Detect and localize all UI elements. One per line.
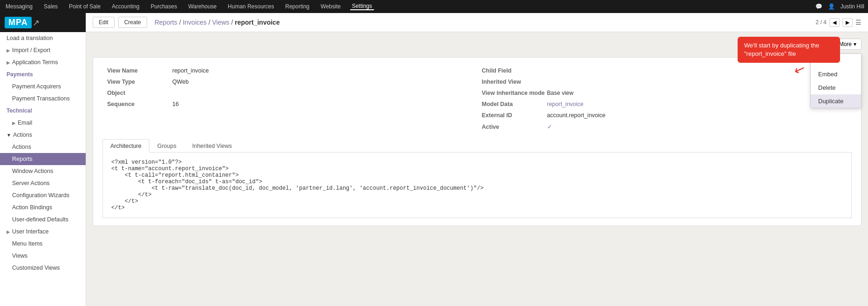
user-icon: 👤 (828, 3, 835, 10)
nav-item-hr[interactable]: Human Resources (226, 3, 276, 10)
label-object: Object (107, 90, 172, 96)
value-view-type: QWeb (172, 79, 189, 85)
breadcrumb-reports[interactable]: Reports (155, 19, 177, 26)
form-grid: View Name report_invoice View Type QWeb … (102, 65, 852, 133)
label-view-name: View Name (107, 67, 172, 74)
label-inherited-view: Inherited View (482, 79, 547, 85)
create-button[interactable]: Create (118, 17, 147, 28)
edit-button[interactable]: Edit (93, 17, 115, 28)
form-row-active: Active ✓ (482, 121, 848, 133)
form-left: View Name report_invoice View Type QWeb … (102, 65, 477, 133)
value-sequence: 16 (172, 101, 179, 107)
toolbar: Edit Create Reports / Invoices / Views /… (86, 13, 868, 32)
form-row-view-name: View Name report_invoice (107, 65, 473, 76)
logo-arrow: ↗ (33, 18, 40, 28)
nav-item-warehouse[interactable]: Warehouse (186, 3, 218, 10)
nav-item-reporting[interactable]: Reporting (283, 3, 311, 10)
nav-item-website[interactable]: Website (319, 3, 343, 10)
chevron-down-icon: ▾ (854, 41, 856, 47)
caret-icon: ▶ (7, 229, 10, 234)
nav-item-sales[interactable]: Sales (42, 3, 60, 10)
breadcrumb-current: report_invoice (235, 19, 279, 26)
sidebar-item-server-actions[interactable]: Server Actions (0, 177, 86, 189)
form-row-child-field: Child Field (482, 65, 848, 76)
sidebar-item-action-bindings[interactable]: Action Bindings (0, 201, 86, 213)
sidebar-item-payment-transactions[interactable]: Payment Transactions (0, 93, 86, 105)
annotation-box: We'll start by duplicating the "report_i… (738, 37, 840, 63)
nav-item-messaging[interactable]: Messaging (4, 3, 34, 10)
sidebar-logo: MPA ↗ (0, 13, 86, 32)
tabs-bar: Architecture Groups Inherited Views (102, 139, 852, 153)
sidebar-item-reports[interactable]: Reports (0, 153, 86, 165)
sidebar-item-load-translation[interactable]: Load a translation (0, 32, 86, 44)
sidebar-item-email[interactable]: ▶ Email (0, 117, 86, 129)
tab-groups[interactable]: Groups (149, 139, 184, 153)
form-row-inherited-view: Inherited View (482, 76, 848, 87)
sidebar-item-application-terms[interactable]: ▶ Application Terms (0, 56, 86, 68)
page-prev-button[interactable]: ◀ (829, 18, 840, 27)
label-external-id: External ID (482, 112, 547, 119)
nav-item-accounting[interactable]: Accounting (110, 3, 141, 10)
sidebar-section-payments: Payments (0, 68, 86, 80)
card-area: More ▾ Share Embed Delete Duplicate We'l… (86, 32, 868, 233)
label-model-data: Model Data (482, 101, 547, 107)
logo-text: MPA (5, 17, 32, 28)
form-row-model-data: Model Data report_invoice (482, 99, 848, 110)
username[interactable]: Justin Hill (841, 3, 864, 10)
page-counter: 2 / 4 (816, 19, 827, 26)
sidebar-item-user-defined-defaults[interactable]: User-defined Defaults (0, 213, 86, 226)
breadcrumb-invoices[interactable]: Invoices (183, 19, 206, 26)
main-layout: MPA ↗ Load a translation ▶ Import / Expo… (0, 13, 868, 306)
dropdown-delete[interactable]: Delete (811, 81, 861, 94)
sidebar: MPA ↗ Load a translation ▶ Import / Expo… (0, 13, 86, 306)
tab-architecture[interactable]: Architecture (102, 139, 149, 153)
sidebar-item-actions-group[interactable]: ▼ Actions (0, 129, 86, 141)
sidebar-item-window-actions[interactable]: Window Actions (0, 165, 86, 177)
toolbar-right: 2 / 4 ◀ ▶ ☰ (816, 18, 861, 27)
content-area: Edit Create Reports / Invoices / Views /… (86, 13, 868, 306)
form-row-sequence: Sequence 16 (107, 99, 473, 110)
label-child-field: Child Field (482, 67, 547, 74)
active-checkbox[interactable]: ✓ (547, 123, 552, 130)
sidebar-item-actions[interactable]: Actions (0, 141, 86, 153)
dropdown-embed[interactable]: Embed (811, 67, 861, 81)
sidebar-item-menu-items[interactable]: Menu Items (0, 238, 86, 250)
dropdown-duplicate[interactable]: Duplicate (811, 94, 861, 108)
main-card: View Name report_invoice View Type QWeb … (93, 57, 861, 226)
sidebar-item-import-export[interactable]: ▶ Import / Export (0, 44, 86, 56)
sidebar-item-user-interface[interactable]: ▶ User Interface (0, 226, 86, 238)
top-nav: Messaging Sales Point of Sale Accounting… (0, 0, 868, 13)
breadcrumb: Reports / Invoices / Views / report_invo… (155, 19, 280, 26)
annotation-text: We'll start by duplicating the "report_i… (744, 42, 819, 57)
nav-item-settings[interactable]: Settings (350, 3, 374, 10)
form-row-inheritance-mode: View inheritance mode Base view (482, 87, 848, 99)
tab-inherited-views[interactable]: Inherited Views (184, 139, 240, 153)
page-next-button[interactable]: ▶ (842, 18, 853, 27)
form-row-external-id: External ID account.report_invoice (482, 110, 848, 121)
sidebar-item-config-wizards[interactable]: Configuration Wizards (0, 189, 86, 201)
sidebar-item-views[interactable]: Views (0, 250, 86, 262)
form-row-view-type: View Type QWeb (107, 76, 473, 87)
value-model-data[interactable]: report_invoice (547, 101, 584, 107)
caret-icon: ▶ (7, 60, 10, 65)
label-sequence: Sequence (107, 101, 172, 107)
nav-item-purchases[interactable]: Purchases (149, 3, 179, 10)
caret-icon: ▶ (12, 120, 16, 126)
label-view-type: View Type (107, 79, 172, 85)
sidebar-item-customized-views[interactable]: Customized Views (0, 262, 86, 274)
nav-item-pos[interactable]: Point of Sale (67, 3, 102, 10)
breadcrumb-views[interactable]: Views (212, 19, 229, 26)
caret-down-icon: ▼ (7, 133, 11, 138)
caret-icon: ▶ (7, 48, 10, 53)
sidebar-item-payment-acquirers[interactable]: Payment Acquirers (0, 80, 86, 93)
form-row-object: Object (107, 87, 473, 99)
label-active: Active (482, 124, 547, 130)
value-view-name: report_invoice (172, 67, 209, 74)
chat-icon[interactable]: 💬 (815, 3, 822, 10)
value-inheritance-mode: Base view (547, 90, 574, 96)
code-area: <?xml version="1.0"?> <t t-name="account… (102, 153, 852, 218)
list-icon[interactable]: ☰ (855, 19, 861, 26)
label-inheritance-mode: View inheritance mode (482, 90, 547, 96)
top-nav-right: 💬 👤 Justin Hill (815, 3, 864, 10)
value-external-id: account.report_invoice (547, 112, 606, 119)
